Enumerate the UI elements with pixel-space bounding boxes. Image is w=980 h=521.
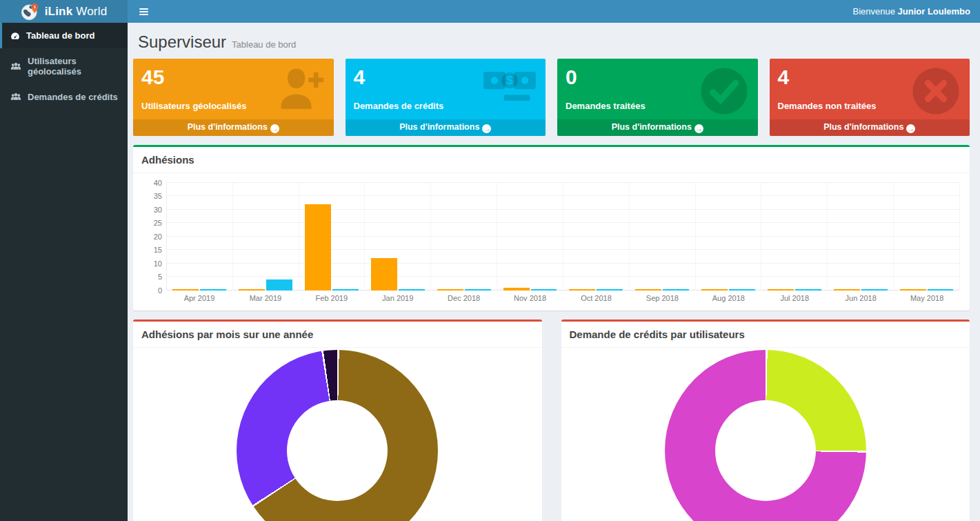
adhesions-par-mois-panel: Adhésions par mois sur une année xyxy=(133,320,542,521)
bar-cyan xyxy=(332,289,359,291)
plus-informations-link[interactable]: Plus d'informations→ xyxy=(133,119,334,136)
arrow-circle-right-icon: → xyxy=(694,124,703,133)
person-add-icon xyxy=(273,66,326,113)
bar-cyan xyxy=(795,289,821,291)
y-axis-label: 25 xyxy=(143,219,162,227)
panel-title: Demande de crédits par utilisateurs xyxy=(561,322,970,348)
bar-orange xyxy=(768,289,794,291)
users-icon xyxy=(10,62,21,71)
panel-title: Adhésions xyxy=(133,147,970,173)
bar-orange xyxy=(437,289,463,291)
sidebar-item-demandes-de-credits[interactable]: Demandes de crédits xyxy=(0,84,128,110)
sidebar-item-label: Utilisateurs géolocalisés xyxy=(28,56,119,77)
y-axis-label: 20 xyxy=(143,233,162,241)
bar-orange xyxy=(834,289,860,291)
welcome-text: Bienvenue Junior Loulembo xyxy=(852,6,970,17)
bar-group xyxy=(828,181,894,291)
donut-panels-row: Adhésions par mois sur une année Demande… xyxy=(133,311,970,521)
y-axis-label: 0 xyxy=(143,286,162,295)
credits-donut-chart xyxy=(665,350,866,521)
x-axis-label: Apr 2019 xyxy=(166,294,232,302)
bar-cyan xyxy=(531,289,557,291)
bar-orange xyxy=(900,289,926,291)
bar-group xyxy=(431,181,497,291)
app-logo[interactable]: $ iLink World xyxy=(0,0,128,23)
x-axis-label: Aug 2018 xyxy=(695,294,761,302)
stat-cards-row: 45 Utilisateurs géolocalisés Plus d'info… xyxy=(133,59,970,136)
bar-orange xyxy=(371,258,397,291)
x-axis-label: Feb 2019 xyxy=(299,294,365,302)
bar-orange xyxy=(305,204,331,291)
dashboard-icon xyxy=(10,31,20,41)
sidebar-item-label: Tableau de bord xyxy=(26,30,94,41)
bar-group xyxy=(233,181,299,291)
bar-cyan xyxy=(597,289,623,291)
brand-title: iLink World xyxy=(45,5,108,19)
arrow-circle-right-icon: → xyxy=(906,124,915,133)
navbar-strip: Bienvenue Junior Loulembo xyxy=(128,0,980,23)
money-icon: $ xyxy=(482,66,537,110)
bar-cyan xyxy=(200,289,226,291)
card-demandes-de-credits: 4 Demandes de crédits $ Plus d'informati… xyxy=(346,59,546,136)
bar-group xyxy=(761,181,828,291)
bar-group xyxy=(696,181,762,291)
plus-informations-link[interactable]: Plus d'informations→ xyxy=(346,119,546,136)
y-axis-label: 35 xyxy=(143,192,162,200)
bar-cyan xyxy=(266,279,292,291)
demande-credits-panel: Demande de crédits par utilisateurs xyxy=(561,320,970,521)
x-axis-label: Nov 2018 xyxy=(497,294,563,302)
x-axis-label: Dec 2018 xyxy=(431,294,497,302)
sidebar-item-utilisateurs-geolocalises[interactable]: Utilisateurs géolocalisés xyxy=(0,48,128,84)
adhesions-bar-chart: 0510152025303540Apr 2019Mar 2019Feb 2019… xyxy=(133,173,970,311)
plus-informations-link[interactable]: Plus d'informations→ xyxy=(770,119,970,136)
bar-group xyxy=(497,181,563,291)
users-icon xyxy=(10,92,21,101)
y-axis-label: 40 xyxy=(143,179,162,187)
bar-group xyxy=(365,181,431,291)
bar-cyan xyxy=(861,289,888,291)
sidebar-item-label: Demandes de crédits xyxy=(28,92,118,102)
sidebar-toggle-icon[interactable] xyxy=(134,4,154,19)
bar-cyan xyxy=(465,289,491,291)
x-axis-label: Jan 2019 xyxy=(365,294,431,302)
page-subtitle: Tableau de bord xyxy=(232,39,296,50)
sidebar: Tableau de bord Utilisateurs géolocalisé… xyxy=(0,23,128,521)
adhesions-panel: Adhésions 0510152025303540Apr 2019Mar 20… xyxy=(133,145,970,311)
x-axis-label: Jul 2018 xyxy=(761,294,828,302)
x-axis-label: Mar 2019 xyxy=(232,294,299,302)
arrow-circle-right-icon: → xyxy=(270,124,279,133)
content-header: SuperviseurTableau de bord xyxy=(133,28,970,59)
donut-chart-area xyxy=(561,348,970,521)
bar-cyan xyxy=(399,289,425,291)
y-axis-label: 30 xyxy=(143,206,162,214)
bar-group xyxy=(894,181,960,291)
y-axis-label: 5 xyxy=(143,273,162,281)
bar-orange xyxy=(503,288,530,291)
donut-chart-area xyxy=(133,348,542,521)
main-content: SuperviseurTableau de bord 45 Utilisateu… xyxy=(128,23,980,521)
sidebar-item-tableau-de-bord[interactable]: Tableau de bord xyxy=(0,23,128,48)
top-navbar: $ iLink World Bienvenue Junior Loulembo xyxy=(0,0,980,23)
adhesions-donut-chart xyxy=(237,350,438,521)
bar-orange xyxy=(239,289,265,291)
panel-title: Adhésions par mois sur une année xyxy=(133,322,542,348)
bar-orange xyxy=(635,289,661,291)
bar-group xyxy=(563,181,630,291)
bar-cyan xyxy=(729,289,755,291)
bar-cyan xyxy=(663,289,689,291)
plus-informations-link[interactable]: Plus d'informations→ xyxy=(557,119,758,136)
page-title: Superviseur xyxy=(138,32,226,51)
check-circle-icon xyxy=(699,66,750,119)
x-axis-label: Jun 2018 xyxy=(828,294,894,302)
y-axis-label: 15 xyxy=(143,246,162,254)
svg-text:$: $ xyxy=(506,74,513,87)
card-demandes-traitees: 0 Demandes traitées Plus d'informations→ xyxy=(557,59,758,136)
x-axis-label: Sep 2018 xyxy=(629,294,695,302)
bar-group xyxy=(630,181,696,291)
card-demandes-non-traitees: 4 Demandes non traitées Plus d'informati… xyxy=(770,59,970,136)
bar-cyan xyxy=(928,289,954,291)
bar-orange xyxy=(172,289,199,291)
x-axis-label: May 2018 xyxy=(894,294,960,302)
x-axis-label: Oct 2018 xyxy=(563,294,630,302)
bar-orange xyxy=(569,289,595,291)
